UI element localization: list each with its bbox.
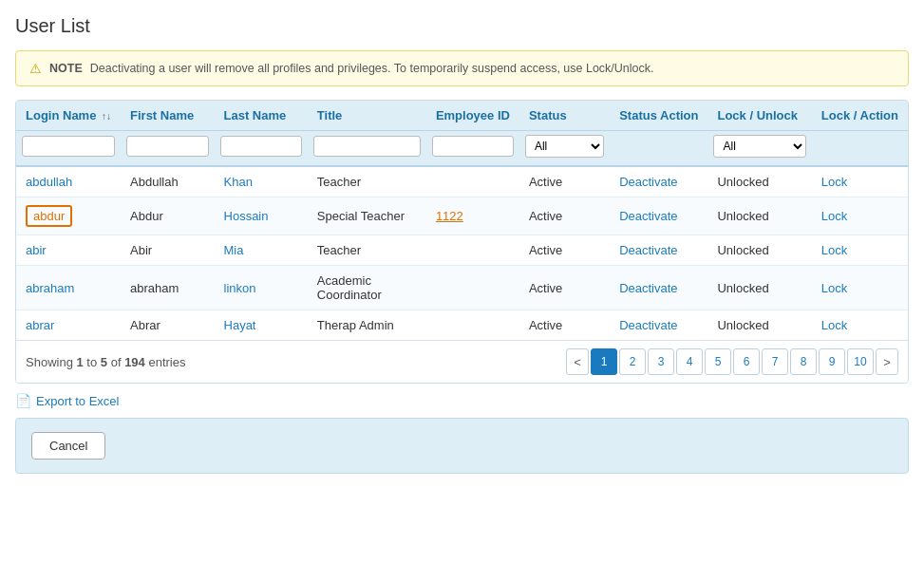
col-header-status: Status: [519, 101, 610, 131]
statusaction-link[interactable]: Deactivate: [619, 281, 677, 295]
page-btn-3[interactable]: 3: [648, 348, 674, 375]
page-title: User List: [15, 15, 909, 37]
page-btn-9[interactable]: 9: [819, 348, 845, 375]
cell-title: Academic Coordinator: [308, 266, 426, 310]
pagination-controls: <12345678910>: [566, 348, 898, 375]
cell-empid: 1122: [426, 197, 519, 235]
login-filter-input[interactable]: [22, 136, 115, 157]
cell-firstname: Abrar: [121, 310, 214, 341]
cell-lockunlock: Unlocked: [707, 197, 811, 235]
col-header-statusaction: Status Action: [610, 101, 707, 131]
col-header-title: Title: [308, 101, 426, 131]
cell-login: abdur: [16, 197, 121, 235]
lockaction-link[interactable]: Lock: [821, 209, 847, 223]
export-to-excel-link[interactable]: 📄 Export to Excel: [15, 393, 119, 408]
cell-lockunlock: Unlocked: [707, 266, 811, 310]
col-header-lastname: Last Name: [215, 101, 308, 131]
statusaction-link[interactable]: Deactivate: [619, 175, 677, 189]
sort-icon-login[interactable]: ↑↓: [102, 111, 111, 122]
lastname-link[interactable]: Mia: [224, 243, 244, 257]
statusaction-link[interactable]: Deactivate: [619, 243, 677, 257]
page-btn-6[interactable]: 6: [733, 348, 760, 375]
page-btn-2[interactable]: 2: [619, 348, 646, 375]
cell-lockunlock: Unlocked: [707, 235, 811, 266]
table-row: abdullahAbdullahKhanTeacherActiveDeactiv…: [16, 166, 908, 197]
cell-statusaction: Deactivate: [610, 197, 707, 235]
col-header-lockunlock: Lock / Unlock: [707, 101, 811, 131]
page-btn-4[interactable]: 4: [676, 348, 703, 375]
cell-firstname: Abdullah: [121, 166, 214, 197]
cell-firstname: Abdur: [121, 197, 214, 235]
col-header-empid: Employee ID: [426, 101, 519, 131]
cell-lastname: Hossain: [215, 197, 308, 235]
cell-empid: [426, 266, 519, 310]
lockaction-link[interactable]: Lock: [821, 318, 847, 332]
login-link[interactable]: abdullah: [26, 175, 72, 189]
user-table: Login Name ↑↓ First Name Last Name Title…: [16, 101, 908, 340]
cell-status: Active: [519, 166, 610, 197]
page-btn-10[interactable]: 10: [847, 348, 874, 375]
firstname-filter-input[interactable]: [126, 136, 208, 157]
cell-statusaction: Deactivate: [610, 235, 707, 266]
cell-login: abdullah: [16, 166, 121, 197]
showing-of: of: [111, 355, 122, 369]
col-header-firstname: First Name: [121, 101, 214, 131]
col-header-login: Login Name ↑↓: [16, 101, 121, 131]
table-row: abdurAbdurHossainSpecial Teacher1122Acti…: [16, 197, 908, 235]
cell-lastname: linkon: [215, 266, 308, 310]
login-link[interactable]: abraham: [26, 281, 74, 295]
cell-title: Special Teacher: [308, 197, 426, 235]
empid-link[interactable]: 1122: [436, 209, 463, 223]
cell-firstname: abraham: [121, 266, 214, 310]
showing-to: 5: [101, 355, 107, 369]
cell-login: abrar: [16, 310, 121, 341]
cell-status: Active: [519, 266, 610, 310]
cell-login: abraham: [16, 266, 121, 310]
page-btn-1[interactable]: 1: [591, 348, 617, 375]
table-row: abrarAbrarHayatTherap AdminActiveDeactiv…: [16, 310, 908, 341]
page-btn-8[interactable]: 8: [790, 348, 817, 375]
pagination-prev[interactable]: <: [566, 348, 589, 375]
empid-filter-input[interactable]: [432, 136, 514, 157]
cell-lockaction: Lock: [812, 310, 908, 341]
login-link[interactable]: abir: [26, 243, 47, 257]
login-link-selected[interactable]: abdur: [26, 205, 72, 227]
note-bar: ⚠ NOTE Deactivating a user will remove a…: [15, 50, 909, 86]
table-row: abirAbirMiaTeacherActiveDeactivateUnlock…: [16, 235, 908, 266]
cell-lockaction: Lock: [812, 197, 908, 235]
cell-empid: [426, 235, 519, 266]
page-btn-5[interactable]: 5: [705, 348, 731, 375]
filter-status: All Active Inactive: [519, 131, 610, 167]
table-row: abrahamabrahamlinkonAcademic Coordinator…: [16, 266, 908, 310]
pagination-next[interactable]: >: [876, 348, 898, 375]
statusaction-link[interactable]: Deactivate: [619, 318, 677, 332]
lastname-link[interactable]: Khan: [224, 175, 253, 189]
title-filter-input[interactable]: [313, 136, 421, 157]
lockunlock-filter-select[interactable]: All Locked Unlocked: [713, 135, 805, 158]
table-filter-row: All Active Inactive All Locked Unlocked: [16, 131, 908, 167]
export-section: 📄 Export to Excel: [15, 393, 909, 408]
lastname-link[interactable]: linkon: [224, 281, 256, 295]
lockaction-link[interactable]: Lock: [821, 243, 847, 257]
filter-empid: [426, 131, 519, 167]
filter-title: [308, 131, 426, 167]
lockaction-link[interactable]: Lock: [821, 175, 847, 189]
export-label: Export to Excel: [36, 394, 119, 408]
pagination-row: Showing 1 to 5 of 194 entries <123456789…: [16, 340, 908, 383]
cell-lastname: Mia: [215, 235, 308, 266]
login-link[interactable]: abrar: [26, 318, 54, 332]
lastname-link[interactable]: Hossain: [224, 209, 269, 223]
cell-statusaction: Deactivate: [610, 310, 707, 341]
lastname-link[interactable]: Hayat: [224, 318, 256, 332]
statusaction-link[interactable]: Deactivate: [619, 209, 677, 223]
cell-title: Teacher: [308, 235, 426, 266]
page-btn-7[interactable]: 7: [762, 348, 788, 375]
status-filter-select[interactable]: All Active Inactive: [525, 135, 604, 158]
cell-title: Therap Admin: [308, 310, 426, 341]
cell-statusaction: Deactivate: [610, 166, 707, 197]
table-scroll: Login Name ↑↓ First Name Last Name Title…: [16, 101, 908, 340]
filter-lockunlock: All Locked Unlocked: [707, 131, 811, 167]
lastname-filter-input[interactable]: [220, 136, 302, 157]
lockaction-link[interactable]: Lock: [821, 281, 847, 295]
cancel-button[interactable]: Cancel: [31, 432, 105, 460]
